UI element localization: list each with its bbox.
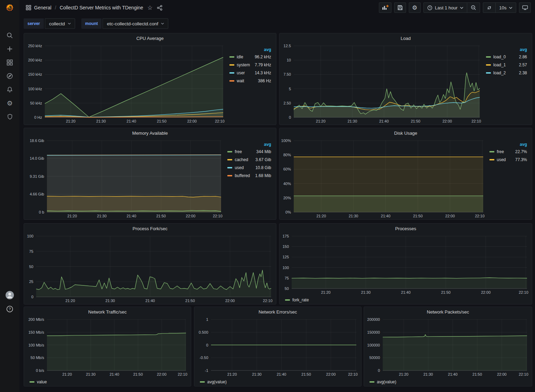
panel-header[interactable]: Processes — [279, 224, 532, 233]
share-icon[interactable] — [157, 5, 163, 11]
svg-text:21:40: 21:40 — [379, 119, 389, 123]
cpu-average-chart[interactable]: 21:2021:3021:4021:5022:0022:100 Hz50 kHz… — [24, 43, 228, 125]
svg-text:22:00: 22:00 — [326, 372, 336, 376]
svg-text:100 Mb/s: 100 Mb/s — [29, 343, 44, 347]
series-color-dash — [486, 64, 491, 66]
svg-text:22:00: 22:00 — [445, 214, 455, 218]
svg-text:0 b: 0 b — [39, 210, 44, 214]
svg-text:22:00: 22:00 — [481, 290, 491, 294]
legend-item-fork_rate[interactable]: fork_rate — [285, 298, 309, 302]
panel-title: Process Fork/sec — [132, 226, 167, 231]
disk-usage-chart[interactable]: 21:2021:3021:4021:5022:0022:100%20%40%60… — [279, 138, 488, 219]
legend-item-cached[interactable]: cached3.67 Gib — [227, 157, 271, 162]
variable-mount: mount etc-collectd-collectd.conf — [81, 18, 168, 29]
svg-text:150 Mb/s: 150 Mb/s — [29, 330, 44, 334]
explore-icon[interactable] — [6, 73, 13, 80]
svg-text:-0.50: -0.50 — [200, 356, 208, 360]
plus-icon[interactable] — [6, 45, 13, 52]
svg-text:150000: 150000 — [367, 330, 380, 334]
chevron-down-icon — [161, 23, 164, 25]
legend-avg-header[interactable]: avg — [489, 142, 527, 147]
legend-item-idle[interactable]: idle96.2 kHz — [229, 55, 271, 59]
legend-item-avg(value)[interactable]: avg(value) — [200, 380, 227, 384]
star-icon[interactable]: ☆ — [147, 4, 153, 11]
panel-header[interactable]: Network Errors/sec — [194, 307, 361, 317]
legend-item-user[interactable]: user14.3 kHz — [229, 70, 271, 75]
svg-text:150 kHz: 150 kHz — [28, 72, 42, 76]
network-errors-chart[interactable]: 21:2021:3021:4021:5022:0022:10-1-0.5000.… — [194, 317, 361, 378]
legend-item-free[interactable]: free22.7% — [489, 149, 527, 154]
legend-avg-header[interactable]: avg — [486, 47, 527, 52]
legend-item-buffered[interactable]: buffered1.68 Mib — [227, 173, 271, 178]
panel-header[interactable]: Disk Usage — [279, 128, 532, 138]
processes-chart[interactable]: 21:2021:3021:4021:5022:0022:105075100125… — [279, 233, 532, 296]
svg-text:200 kHz: 200 kHz — [28, 58, 42, 62]
save-dashboard-button[interactable] — [394, 2, 406, 13]
panel-header[interactable]: Network Traffic/sec — [24, 307, 191, 317]
panel-header[interactable]: Memory Available — [24, 128, 276, 138]
top-navbar: General / CollectD Server Metrics with T… — [19, 0, 535, 15]
dashboard-settings-button[interactable]: ⚙ — [409, 2, 421, 13]
panel-header[interactable]: Load — [279, 33, 532, 43]
svg-text:0 Hz: 0 Hz — [34, 115, 42, 119]
variable-server-value[interactable]: collectd — [45, 18, 75, 29]
add-panel-button[interactable] — [379, 2, 391, 13]
avatar[interactable] — [5, 291, 14, 300]
panel-header[interactable]: Process Fork/sec — [24, 224, 276, 233]
variable-mount-value[interactable]: etc-collectd-collectd.conf — [103, 18, 168, 29]
grafana-logo[interactable] — [0, 0, 19, 16]
svg-text:21:40: 21:40 — [110, 372, 119, 376]
network-traffic-chart[interactable]: 21:2021:3021:4021:5022:0022:100 b/s50 Mb… — [24, 317, 191, 378]
legend-avg-header[interactable]: avg — [229, 47, 271, 52]
legend-item-wait[interactable]: wait386 Hz — [229, 78, 271, 83]
page-title[interactable]: CollectD Server Metrics with TDengine — [60, 5, 143, 10]
panel-processes: Processes 21:2021:3021:4021:5022:0022:10… — [279, 223, 532, 305]
settings-icon[interactable]: ⚙ — [7, 100, 13, 107]
svg-text:7.50: 7.50 — [284, 72, 291, 76]
variable-server-label: server — [24, 18, 44, 29]
dashboards-icon[interactable] — [6, 59, 13, 66]
panel-header[interactable]: Network Packets/sec — [364, 307, 532, 317]
legend-avg-header[interactable]: avg — [227, 142, 271, 147]
series-color-dash — [370, 381, 374, 383]
shield-icon[interactable] — [7, 113, 13, 120]
alerting-icon[interactable] — [6, 86, 13, 93]
legend-item-free[interactable]: free344 Mib — [227, 149, 271, 154]
help-icon[interactable]: ? — [6, 305, 14, 313]
chevron-down-icon — [509, 7, 512, 9]
zoom-out-button[interactable] — [467, 3, 480, 12]
network-packets-legend: avg(value) — [370, 380, 396, 384]
legend-item-used[interactable]: used10.8 Gib — [227, 165, 271, 170]
breadcrumb-section[interactable]: General — [34, 5, 51, 10]
memory-available-chart[interactable]: 21:2021:3021:4021:5022:0022:100 b4.66 Gi… — [24, 138, 226, 219]
svg-text:1: 1 — [206, 317, 208, 322]
svg-text:?: ? — [9, 307, 11, 311]
legend-item-avg(value)[interactable]: avg(value) — [370, 380, 396, 384]
legend-item-value[interactable]: value — [30, 380, 47, 384]
svg-text:200000: 200000 — [367, 317, 380, 322]
search-icon[interactable] — [6, 32, 13, 39]
apps-icon — [26, 5, 31, 10]
svg-text:20%: 20% — [283, 196, 291, 200]
svg-text:21:40: 21:40 — [401, 290, 411, 294]
process-fork-chart[interactable]: 21:2021:3021:4021:5022:0022:100255075100 — [24, 233, 276, 304]
legend-item-load_1[interactable]: load_12.57 — [486, 62, 527, 67]
legend-item-load_2[interactable]: load_22.38 — [486, 70, 527, 75]
svg-text:21:20: 21:20 — [66, 119, 76, 123]
refresh-button[interactable] — [483, 3, 495, 12]
svg-text:100000: 100000 — [367, 343, 380, 347]
legend-item-load_0[interactable]: load_02.86 — [486, 55, 527, 59]
svg-text:22:10: 22:10 — [263, 299, 273, 303]
refresh-interval-picker[interactable]: 10s — [495, 3, 516, 12]
cycle-view-button[interactable] — [519, 2, 531, 13]
panel-title: Processes — [395, 226, 416, 231]
network-packets-chart[interactable]: 21:2021:3021:4021:5022:0022:100500001000… — [364, 317, 532, 378]
load-chart[interactable]: 21:2021:3021:4021:5022:0022:1002.5057.50… — [279, 43, 485, 125]
time-range-picker[interactable]: Last 1 hour — [424, 3, 467, 12]
legend-item-used[interactable]: used77.3% — [489, 157, 527, 162]
legend-item-system[interactable]: system7.79 kHz — [229, 62, 271, 67]
svg-text:21:40: 21:40 — [277, 372, 286, 376]
panel-header[interactable]: CPU Average — [24, 33, 276, 43]
svg-text:22:00: 22:00 — [186, 214, 196, 218]
svg-text:25: 25 — [29, 280, 33, 284]
